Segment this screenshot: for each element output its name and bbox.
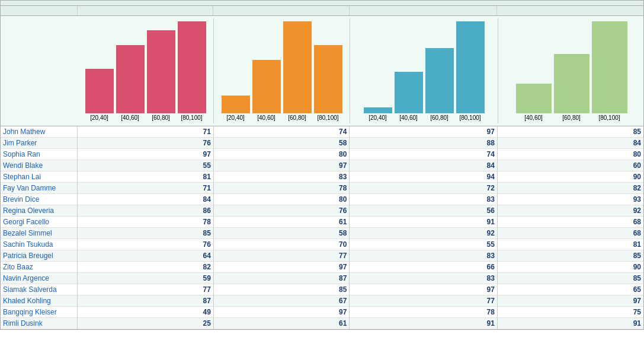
table-row: Brevin Dice84808393 xyxy=(1,194,643,205)
user-name: Sophia Ran xyxy=(1,149,78,160)
instagram-value: 83 xyxy=(213,171,350,183)
user-name: Patricia Breugel xyxy=(1,250,78,262)
facebook-value: 49 xyxy=(78,307,214,318)
table-row: Wendi Blake55978460 xyxy=(1,160,643,171)
table-row: Bangqing Kleiser49977875 xyxy=(1,307,643,318)
linkedin-value: 83 xyxy=(350,194,498,205)
user-name: Siamak Salverda xyxy=(1,284,78,295)
facebook-value: 59 xyxy=(78,273,214,284)
table-row: Sophia Ran97807480 xyxy=(1,149,643,160)
instagram-value: 74 xyxy=(213,126,350,138)
table-row: Stephan Lai81839490 xyxy=(1,171,643,183)
table-row: Siamak Salverda77859765 xyxy=(1,284,643,295)
linkedin-value: 83 xyxy=(350,250,498,262)
linkedin-value: 77 xyxy=(350,295,498,307)
user-name: Fay Van Damme xyxy=(1,183,78,194)
user-name: Bezalel Simmel xyxy=(1,228,78,239)
header-row xyxy=(1,6,643,16)
instagram-value: 58 xyxy=(213,228,350,239)
user-name: John Mathew xyxy=(1,126,78,138)
header-twitter xyxy=(497,6,643,15)
facebook-value: 81 xyxy=(78,171,214,183)
linkedin-value: 56 xyxy=(350,205,498,217)
table-row: Regina Oleveria86765692 xyxy=(1,205,643,217)
table-row: Rimli Dusink25619191 xyxy=(1,318,643,329)
header-instagram xyxy=(213,6,350,15)
instagram-value: 67 xyxy=(213,295,350,307)
linkedin-value: 84 xyxy=(350,160,498,171)
twitter-value: 92 xyxy=(497,205,643,217)
twitter-value: 68 xyxy=(497,228,643,239)
facebook-value: 77 xyxy=(78,284,214,295)
linkedin-value: 94 xyxy=(350,171,498,183)
table-row: Jim Parker76588884 xyxy=(1,138,643,149)
facebook-value: 87 xyxy=(78,295,214,307)
user-name: Wendi Blake xyxy=(1,160,78,171)
facebook-value: 84 xyxy=(78,194,214,205)
linkedin-value: 97 xyxy=(350,284,498,295)
facebook-value: 76 xyxy=(78,239,214,250)
user-name: Rimli Dusink xyxy=(1,318,78,329)
twitter-value: 97 xyxy=(497,295,643,307)
twitter-value: 85 xyxy=(497,273,643,284)
table-row: Khaled Kohling87677797 xyxy=(1,295,643,307)
linkedin-value: 78 xyxy=(350,307,498,318)
chart-title xyxy=(1,1,643,6)
twitter-value: 60 xyxy=(497,160,643,171)
instagram-value: 85 xyxy=(213,284,350,295)
facebook-value: 64 xyxy=(78,250,214,262)
twitter-value: 84 xyxy=(497,138,643,149)
facebook-value: 97 xyxy=(78,149,214,160)
twitter-value: 85 xyxy=(497,250,643,262)
instagram-value: 97 xyxy=(213,307,350,318)
facebook-value: 78 xyxy=(78,217,214,228)
header-linkedin xyxy=(350,6,498,15)
twitter-value: 68 xyxy=(497,217,643,228)
header-facebook xyxy=(78,6,214,15)
user-name: Regina Oleveria xyxy=(1,205,78,217)
linkedin-value: 97 xyxy=(350,126,498,138)
twitter-value: 91 xyxy=(497,318,643,329)
linkedin-value: 92 xyxy=(350,228,498,239)
linkedin-value: 55 xyxy=(350,239,498,250)
instagram-value: 61 xyxy=(213,318,350,329)
twitter-value: 81 xyxy=(497,239,643,250)
twitter-value: 85 xyxy=(497,126,643,138)
twitter-value: 93 xyxy=(497,194,643,205)
twitter-value: 80 xyxy=(497,149,643,160)
chart-area: [20,40][40,60][60,80][80,100][20,40][40,… xyxy=(1,16,643,126)
twitter-value: 65 xyxy=(497,284,643,295)
instagram-value: 76 xyxy=(213,205,350,217)
facebook-value: 25 xyxy=(78,318,214,329)
user-name: Brevin Dice xyxy=(1,194,78,205)
table-row: Bezalel Simmel85589268 xyxy=(1,228,643,239)
instagram-value: 80 xyxy=(213,149,350,160)
facebook-value: 76 xyxy=(78,138,214,149)
user-name: Khaled Kohling xyxy=(1,295,78,307)
linkedin-value: 66 xyxy=(350,262,498,273)
twitter-value: 90 xyxy=(497,171,643,183)
instagram-value: 58 xyxy=(213,138,350,149)
user-name: Navin Argence xyxy=(1,273,78,284)
linkedin-value: 91 xyxy=(350,318,498,329)
linkedin-value: 83 xyxy=(350,273,498,284)
user-name: Bangqing Kleiser xyxy=(1,307,78,318)
user-name: Stephan Lai xyxy=(1,171,78,183)
facebook-value: 85 xyxy=(78,228,214,239)
table-row: Navin Argence59878385 xyxy=(1,273,643,284)
table-row: John Mathew71749785 xyxy=(1,126,643,138)
user-name: Sachin Tsukuda xyxy=(1,239,78,250)
table-row: Patricia Breugel64778385 xyxy=(1,250,643,262)
instagram-value: 78 xyxy=(213,183,350,194)
user-name: Georgi Facello xyxy=(1,217,78,228)
instagram-value: 77 xyxy=(213,250,350,262)
facebook-value: 71 xyxy=(78,126,214,138)
instagram-value: 97 xyxy=(213,160,350,171)
linkedin-value: 74 xyxy=(350,149,498,160)
header-name xyxy=(1,6,78,15)
main-container: [20,40][40,60][60,80][80,100][20,40][40,… xyxy=(0,0,644,330)
facebook-value: 71 xyxy=(78,183,214,194)
user-name: Jim Parker xyxy=(1,138,78,149)
facebook-value: 86 xyxy=(78,205,214,217)
instagram-value: 80 xyxy=(213,194,350,205)
